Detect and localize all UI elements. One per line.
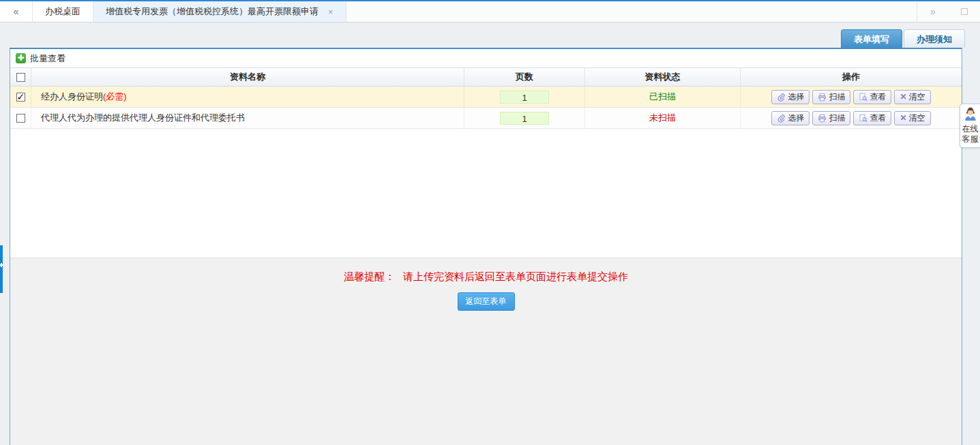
row-checkbox[interactable] bbox=[16, 114, 25, 123]
reminder-text: 温馨提醒：请上传完资料后返回至表单页面进行表单提交操作 bbox=[10, 271, 962, 283]
tab-tax-desktop[interactable]: 办税桌面 bbox=[33, 1, 93, 22]
printer-icon bbox=[818, 93, 827, 102]
table-header-row: 资料名称 页数 资料状态 操作 bbox=[10, 68, 962, 87]
doc-name-cell: 经办人身份证明(必需) bbox=[31, 87, 464, 107]
clear-button[interactable]: ✕ 清空 bbox=[894, 90, 930, 104]
view-tabs: 表单填写 办理须知 bbox=[841, 29, 965, 48]
view-button[interactable]: 查看 bbox=[853, 111, 891, 125]
tab-vat-max-invoice-application[interactable]: 增值税专用发票（增值税税控系统）最高开票限额申请 × bbox=[93, 1, 346, 22]
maximize-icon bbox=[961, 8, 968, 15]
doc-name: 代理人代为办理的提供代理人身份证件和代理委托书 bbox=[41, 112, 245, 124]
select-all-checkbox[interactable] bbox=[16, 73, 25, 82]
service-label-line1: 在线 bbox=[962, 124, 979, 134]
header-name: 资料名称 bbox=[31, 68, 464, 86]
printer-icon bbox=[818, 114, 827, 123]
paperclip-icon bbox=[777, 93, 786, 102]
customer-service-avatar bbox=[963, 106, 978, 121]
browser-tab-bar: « 办税桌面 增值税专用发票（增值税税控系统）最高开票限额申请 × » bbox=[0, 1, 980, 22]
header-band: 表单填写 办理须知 bbox=[0, 22, 980, 48]
required-tag: (必需) bbox=[103, 91, 127, 103]
return-to-form-button[interactable]: 返回至表单 bbox=[458, 292, 515, 311]
pages-count: 1 bbox=[500, 91, 549, 104]
clear-x-icon: ✕ bbox=[900, 113, 906, 123]
scan-button[interactable]: 扫描 bbox=[812, 90, 850, 104]
select-file-button[interactable]: 选择 bbox=[771, 111, 810, 125]
clear-button[interactable]: ✕ 清空 bbox=[894, 111, 930, 125]
close-icon[interactable]: × bbox=[328, 7, 333, 17]
toolbar: ✚ 批量查看 bbox=[10, 49, 962, 68]
status-badge: 未扫描 bbox=[649, 112, 676, 124]
expand-tabs-button[interactable]: » bbox=[917, 6, 949, 17]
pages-count: 1 bbox=[500, 112, 549, 125]
table-row: 代理人代为办理的提供代理人身份证件和代理委托书 1 未扫描 选择 扫描 查看 ✕… bbox=[10, 108, 962, 129]
doc-name-cell: 代理人代为办理的提供代理人身份证件和代理委托书 bbox=[31, 108, 464, 128]
batch-view-button[interactable]: 批量查看 bbox=[30, 52, 65, 65]
header-status: 资料状态 bbox=[585, 68, 741, 86]
collapse-tabs-button[interactable]: « bbox=[0, 1, 33, 22]
main-panel: ✚ 批量查看 资料名称 页数 资料状态 操作 经办人身份证明(必需) 1 已扫描… bbox=[10, 48, 962, 445]
doc-name: 经办人身份证明 bbox=[41, 91, 103, 103]
view-button[interactable]: 查看 bbox=[853, 90, 891, 104]
table-row: 经办人身份证明(必需) 1 已扫描 选择 扫描 查看 ✕ 清空 bbox=[10, 87, 962, 108]
batch-view-icon: ✚ bbox=[16, 53, 26, 63]
scan-button[interactable]: 扫描 bbox=[812, 111, 850, 125]
tab-form-fill[interactable]: 表单填写 bbox=[841, 29, 902, 48]
table-empty-area bbox=[10, 129, 962, 258]
tab-handling-notes[interactable]: 办理须知 bbox=[904, 29, 965, 48]
status-badge: 已扫描 bbox=[649, 91, 676, 103]
view-document-icon bbox=[859, 93, 867, 102]
clear-x-icon: ✕ bbox=[900, 92, 906, 102]
tab-label: 增值税专用发票（增值税税控系统）最高开票限额申请 bbox=[106, 5, 318, 18]
footer-area: 温馨提醒：请上传完资料后返回至表单页面进行表单提交操作 返回至表单 bbox=[10, 258, 962, 445]
header-pages: 页数 bbox=[464, 68, 585, 86]
select-file-button[interactable]: 选择 bbox=[771, 90, 810, 104]
view-document-icon bbox=[859, 114, 867, 123]
sidebar-expand-handle[interactable] bbox=[0, 245, 3, 293]
paperclip-icon bbox=[777, 114, 786, 123]
chevron-right-icon: » bbox=[930, 6, 936, 17]
window-controls: » bbox=[917, 1, 980, 22]
online-service-widget[interactable]: 在线 客服 bbox=[960, 104, 980, 148]
chevron-left-icon: « bbox=[14, 6, 19, 17]
header-actions: 操作 bbox=[741, 68, 962, 86]
row-checkbox[interactable] bbox=[16, 93, 25, 102]
service-label-line2: 客服 bbox=[962, 134, 979, 144]
maximize-button[interactable] bbox=[949, 6, 980, 17]
